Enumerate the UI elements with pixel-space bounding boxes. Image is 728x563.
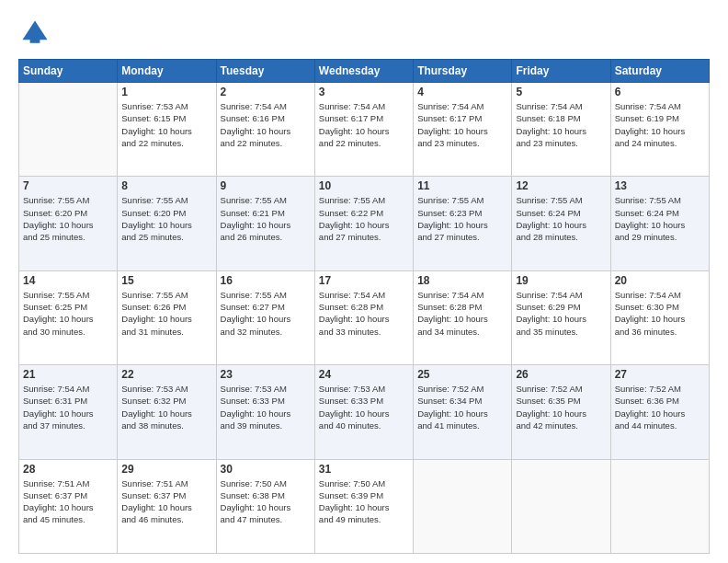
weekday-header-friday: Friday [512, 60, 610, 83]
day-info: Sunrise: 7:54 AM Sunset: 6:28 PM Dayligh… [319, 289, 409, 338]
calendar-cell [610, 459, 709, 553]
day-number: 30 [221, 463, 311, 476]
calendar-cell: 5Sunrise: 7:54 AM Sunset: 6:18 PM Daylig… [512, 83, 610, 177]
day-info: Sunrise: 7:54 AM Sunset: 6:18 PM Dayligh… [516, 100, 606, 149]
calendar-week-row: 21Sunrise: 7:54 AM Sunset: 6:31 PM Dayli… [19, 365, 710, 459]
day-number: 14 [23, 274, 113, 287]
calendar-cell [19, 83, 118, 177]
day-info: Sunrise: 7:55 AM Sunset: 6:21 PM Dayligh… [221, 194, 311, 243]
weekday-header-monday: Monday [118, 60, 216, 83]
day-info: Sunrise: 7:55 AM Sunset: 6:27 PM Dayligh… [221, 289, 311, 338]
logo-icon [18, 17, 51, 50]
day-info: Sunrise: 7:51 AM Sunset: 6:37 PM Dayligh… [121, 477, 211, 526]
calendar-week-row: 28Sunrise: 7:51 AM Sunset: 6:37 PM Dayli… [19, 459, 710, 553]
day-number: 25 [417, 368, 507, 381]
calendar-cell: 11Sunrise: 7:55 AM Sunset: 6:23 PM Dayli… [414, 177, 512, 270]
day-number: 13 [615, 179, 705, 192]
calendar-cell: 10Sunrise: 7:55 AM Sunset: 6:22 PM Dayli… [314, 177, 413, 270]
day-info: Sunrise: 7:53 AM Sunset: 6:15 PM Dayligh… [121, 100, 211, 149]
day-info: Sunrise: 7:55 AM Sunset: 6:22 PM Dayligh… [319, 194, 409, 243]
weekday-header-thursday: Thursday [414, 60, 512, 83]
calendar-cell: 16Sunrise: 7:55 AM Sunset: 6:27 PM Dayli… [216, 270, 314, 364]
day-number: 29 [121, 463, 211, 476]
weekday-header-row: SundayMondayTuesdayWednesdayThursdayFrid… [19, 60, 710, 83]
calendar-cell: 18Sunrise: 7:54 AM Sunset: 6:28 PM Dayli… [414, 270, 512, 364]
day-info: Sunrise: 7:54 AM Sunset: 6:29 PM Dayligh… [516, 289, 606, 338]
day-number: 6 [615, 86, 705, 98]
day-info: Sunrise: 7:50 AM Sunset: 6:39 PM Dayligh… [319, 477, 409, 526]
day-info: Sunrise: 7:53 AM Sunset: 6:32 PM Dayligh… [121, 383, 211, 431]
day-number: 11 [417, 179, 507, 192]
calendar-cell: 14Sunrise: 7:55 AM Sunset: 6:25 PM Dayli… [19, 270, 118, 364]
day-info: Sunrise: 7:55 AM Sunset: 6:20 PM Dayligh… [23, 194, 113, 243]
day-info: Sunrise: 7:55 AM Sunset: 6:24 PM Dayligh… [516, 194, 606, 243]
calendar-cell: 21Sunrise: 7:54 AM Sunset: 6:31 PM Dayli… [19, 365, 118, 459]
calendar-cell [414, 459, 512, 553]
day-info: Sunrise: 7:54 AM Sunset: 6:19 PM Dayligh… [615, 100, 705, 149]
day-number: 22 [121, 368, 211, 381]
day-info: Sunrise: 7:55 AM Sunset: 6:23 PM Dayligh… [417, 194, 507, 243]
day-info: Sunrise: 7:51 AM Sunset: 6:37 PM Dayligh… [23, 477, 113, 526]
day-info: Sunrise: 7:50 AM Sunset: 6:38 PM Dayligh… [221, 477, 311, 526]
calendar-cell: 27Sunrise: 7:52 AM Sunset: 6:36 PM Dayli… [610, 365, 709, 459]
calendar-cell: 8Sunrise: 7:55 AM Sunset: 6:20 PM Daylig… [118, 177, 216, 270]
calendar-week-row: 1Sunrise: 7:53 AM Sunset: 6:15 PM Daylig… [19, 83, 710, 177]
day-info: Sunrise: 7:54 AM Sunset: 6:28 PM Dayligh… [417, 289, 507, 338]
calendar-cell: 4Sunrise: 7:54 AM Sunset: 6:17 PM Daylig… [414, 83, 512, 177]
calendar-cell: 13Sunrise: 7:55 AM Sunset: 6:24 PM Dayli… [610, 177, 709, 270]
day-number: 17 [319, 274, 409, 287]
day-number: 27 [615, 368, 705, 381]
calendar-cell: 20Sunrise: 7:54 AM Sunset: 6:30 PM Dayli… [610, 270, 709, 364]
calendar-week-row: 14Sunrise: 7:55 AM Sunset: 6:25 PM Dayli… [19, 270, 710, 364]
svg-rect-2 [30, 33, 40, 43]
calendar-cell: 7Sunrise: 7:55 AM Sunset: 6:20 PM Daylig… [19, 177, 118, 270]
weekday-header-sunday: Sunday [19, 60, 118, 83]
day-number: 8 [121, 179, 211, 192]
day-info: Sunrise: 7:54 AM Sunset: 6:30 PM Dayligh… [615, 289, 705, 338]
day-number: 16 [221, 274, 311, 287]
calendar-week-row: 7Sunrise: 7:55 AM Sunset: 6:20 PM Daylig… [19, 177, 710, 270]
calendar-cell: 30Sunrise: 7:50 AM Sunset: 6:38 PM Dayli… [216, 459, 314, 553]
calendar-cell: 25Sunrise: 7:52 AM Sunset: 6:34 PM Dayli… [414, 365, 512, 459]
calendar-table: SundayMondayTuesdayWednesdayThursdayFrid… [18, 59, 710, 554]
calendar-cell: 15Sunrise: 7:55 AM Sunset: 6:26 PM Dayli… [118, 270, 216, 364]
calendar-cell: 12Sunrise: 7:55 AM Sunset: 6:24 PM Dayli… [512, 177, 610, 270]
day-number: 3 [319, 86, 409, 98]
day-info: Sunrise: 7:54 AM Sunset: 6:31 PM Dayligh… [23, 383, 113, 431]
day-number: 1 [121, 86, 211, 98]
day-info: Sunrise: 7:52 AM Sunset: 6:35 PM Dayligh… [516, 383, 606, 431]
day-info: Sunrise: 7:54 AM Sunset: 6:17 PM Dayligh… [417, 100, 507, 149]
weekday-header-saturday: Saturday [610, 60, 709, 83]
page: SundayMondayTuesdayWednesdayThursdayFrid… [0, 0, 728, 563]
day-number: 9 [221, 179, 311, 192]
day-number: 26 [516, 368, 606, 381]
day-number: 28 [23, 463, 113, 476]
calendar-cell: 3Sunrise: 7:54 AM Sunset: 6:17 PM Daylig… [314, 83, 413, 177]
day-info: Sunrise: 7:55 AM Sunset: 6:26 PM Dayligh… [121, 289, 211, 338]
day-number: 23 [221, 368, 311, 381]
calendar-cell: 28Sunrise: 7:51 AM Sunset: 6:37 PM Dayli… [19, 459, 118, 553]
logo [18, 17, 55, 50]
weekday-header-tuesday: Tuesday [216, 60, 314, 83]
day-number: 19 [516, 274, 606, 287]
calendar-cell: 9Sunrise: 7:55 AM Sunset: 6:21 PM Daylig… [216, 177, 314, 270]
calendar-cell: 26Sunrise: 7:52 AM Sunset: 6:35 PM Dayli… [512, 365, 610, 459]
day-number: 21 [23, 368, 113, 381]
header [18, 17, 710, 50]
calendar-cell: 19Sunrise: 7:54 AM Sunset: 6:29 PM Dayli… [512, 270, 610, 364]
day-number: 12 [516, 179, 606, 192]
day-number: 7 [23, 179, 113, 192]
day-info: Sunrise: 7:54 AM Sunset: 6:16 PM Dayligh… [221, 100, 311, 149]
day-info: Sunrise: 7:55 AM Sunset: 6:24 PM Dayligh… [615, 194, 705, 243]
calendar-cell: 6Sunrise: 7:54 AM Sunset: 6:19 PM Daylig… [610, 83, 709, 177]
calendar-cell: 23Sunrise: 7:53 AM Sunset: 6:33 PM Dayli… [216, 365, 314, 459]
weekday-header-wednesday: Wednesday [314, 60, 413, 83]
day-number: 31 [319, 463, 409, 476]
day-info: Sunrise: 7:53 AM Sunset: 6:33 PM Dayligh… [221, 383, 311, 431]
calendar-cell: 22Sunrise: 7:53 AM Sunset: 6:32 PM Dayli… [118, 365, 216, 459]
day-number: 5 [516, 86, 606, 98]
calendar-cell: 2Sunrise: 7:54 AM Sunset: 6:16 PM Daylig… [216, 83, 314, 177]
day-number: 15 [121, 274, 211, 287]
day-number: 20 [615, 274, 705, 287]
calendar-cell: 29Sunrise: 7:51 AM Sunset: 6:37 PM Dayli… [118, 459, 216, 553]
